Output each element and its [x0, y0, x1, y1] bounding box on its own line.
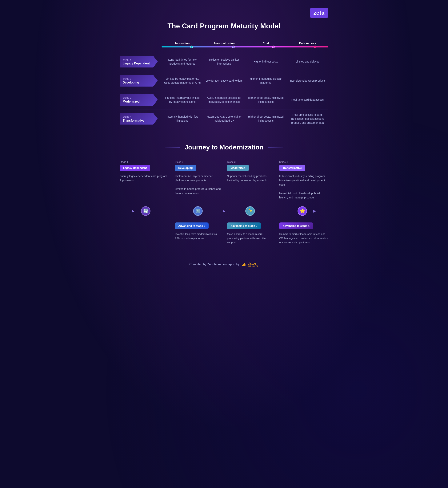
- col-header-cost: Cost: [245, 40, 287, 45]
- data-cell-1-cost: Higher indirect costs: [245, 52, 287, 71]
- journey-top-grid: Stage 1 Legacy Dependent Entirely legacy…: [120, 160, 328, 199]
- node-icon-2: ⚙️: [193, 206, 203, 216]
- journey-badge-1: Legacy Dependent: [120, 165, 150, 171]
- advance-desc-2: Invest in long-term modernization via AP…: [175, 232, 221, 240]
- journey-col-4: Stage 4 Transformative Future-proof, ind…: [276, 160, 328, 199]
- table-row: Stage 1 Legacy Dependent Long lead times…: [120, 52, 328, 71]
- advance-badge-4: Advancing to stage 4: [279, 223, 313, 229]
- journey-bottom-col-3: Advancing to stage 3 Move entirely to a …: [224, 223, 276, 244]
- datos-name: datos: [248, 262, 256, 265]
- datos-text-block: datos INSIGHTS: [248, 262, 259, 267]
- data-cell-1-data-access: Limited and delayed: [287, 52, 328, 71]
- journey-bottom-col-4: Advancing to stage 4 Commit to market le…: [276, 223, 328, 244]
- journey-stage-num-4: Stage 4: [279, 160, 328, 163]
- col-header-personalization: Personalization: [203, 40, 245, 45]
- maturity-title: The Card Program Maturity Model: [120, 22, 328, 30]
- datos-bar-2: [243, 264, 244, 266]
- journey-col-3: Stage 3 Modernized Superior market-leadi…: [224, 160, 276, 199]
- node-icon-1: 🔄: [141, 206, 151, 216]
- journey-col-2: Stage 2 Developing Implement API layers …: [172, 160, 224, 199]
- timeline-nodes: 🔄 ⚙️ ✨ 🌟: [120, 206, 328, 216]
- data-cell-4-innovation: Internally handled with few limitations: [161, 109, 203, 128]
- timeline-node-4: 🌟: [276, 206, 328, 216]
- journey-bottom-grid: Advancing to stage 2 Invest in long-term…: [120, 223, 328, 244]
- data-cell-3-data-access: Real-time card data access: [287, 90, 328, 109]
- data-cell-4-data-access: Real-time access to card, transaction, d…: [287, 109, 328, 128]
- logo-text: zeta: [313, 10, 325, 16]
- stage-name-1: Legacy Dependent: [123, 62, 152, 65]
- datos-bar-4: [246, 264, 246, 266]
- data-cell-2-innovation: Limited by legacy platforms. Uses sideca…: [161, 71, 203, 90]
- journey-bottom-col-2: Advancing to stage 2 Invest in long-term…: [172, 223, 224, 244]
- table-header: Innovation Personalization Cost Data Acc…: [120, 40, 328, 45]
- stage-badge-4: Stage 4 Transformative: [120, 113, 158, 125]
- stage-name-2: Developing: [123, 81, 152, 84]
- timeline-node-2: ⚙️: [172, 206, 224, 216]
- data-cell-3-innovation: Handled internally but limited by legacy…: [161, 90, 203, 109]
- journey-desc-3: Superior market-leading products. Limite…: [227, 174, 273, 199]
- progress-track: [161, 46, 328, 48]
- datos-bar-1: [242, 265, 243, 266]
- data-cell-1-innovation: Long lead times for new products and fea…: [161, 52, 203, 71]
- datos-bar-3: [244, 263, 245, 266]
- timeline-wrapper: ▶ ▶ ▶ 🔄 ⚙️ ✨ 🌟: [120, 205, 328, 217]
- maturity-table: Innovation Personalization Cost Data Acc…: [120, 40, 328, 128]
- stage-badge-2: Stage 2 Developing: [120, 75, 158, 87]
- stage-name-3: Modernized: [123, 100, 152, 103]
- stage-cell-1: Stage 1 Legacy Dependent: [120, 52, 161, 71]
- maturity-section: The Card Program Maturity Model Innovati…: [120, 22, 328, 128]
- stage-number-2: Stage 2: [123, 77, 152, 80]
- stage-cell-4: Stage 4 Transformative: [120, 109, 161, 128]
- journey-stage-num-3: Stage 3: [227, 160, 273, 163]
- timeline-node-3: ✨: [224, 206, 276, 216]
- journey-stage-num-1: Stage 1: [120, 160, 169, 163]
- journey-badge-3: Modernized: [227, 165, 249, 171]
- data-cell-2-data-access: Inconsistent between products: [287, 71, 328, 90]
- stage-cell-3: Stage 3 Modernized: [120, 90, 161, 109]
- journey-desc-1: Entirely legacy-dependent card program &…: [120, 174, 169, 199]
- table-row: Stage 4 Transformative Internally handle…: [120, 109, 328, 128]
- journey-desc-2: Implement API layers or sidecar platform…: [175, 174, 221, 199]
- logo-area: zeta: [120, 8, 328, 18]
- footer: Compiled by Zeta based on report by dato…: [120, 256, 328, 267]
- journey-title: Journey to Modernization: [120, 144, 328, 151]
- stage-badge-1: Stage 1 Legacy Dependent: [120, 56, 158, 67]
- stage-number-4: Stage 4: [123, 115, 152, 118]
- datos-insights: INSIGHTS: [248, 265, 259, 267]
- progress-dot-2: [232, 46, 235, 48]
- data-cell-2-personalization: Low for tech-savvy cardholders: [203, 71, 245, 90]
- table-row: Stage 3 Modernized Handled internally bu…: [120, 90, 328, 109]
- stage-number-1: Stage 1: [123, 58, 152, 61]
- progress-line: [120, 46, 328, 48]
- timeline-node-1: 🔄: [120, 206, 172, 216]
- advance-badge-2: Advancing to stage 2: [175, 223, 208, 229]
- table-row: Stage 2 Developing Limited by legacy pla…: [120, 71, 328, 90]
- progress-dot-4: [314, 46, 316, 48]
- col-header-innovation: Innovation: [161, 40, 203, 45]
- advance-desc-4: Commit to market leadership in tech and …: [279, 232, 328, 244]
- stage-number-3: Stage 3: [123, 96, 152, 99]
- journey-badge-4: Transformative: [279, 165, 305, 171]
- footer-text: Compiled by Zeta based on report by: [189, 263, 240, 266]
- journey-badge-2: Developing: [175, 165, 196, 171]
- journey-col-1: Stage 1 Legacy Dependent Entirely legacy…: [120, 160, 172, 199]
- datos-bars-icon: [242, 263, 246, 266]
- node-icon-3: ✨: [245, 206, 255, 216]
- col-header-data-access: Data Access: [287, 40, 328, 45]
- stage-badge-3: Stage 3 Modernized: [120, 94, 158, 106]
- data-cell-2-cost: Higher if managing sidecar platforms: [245, 71, 287, 90]
- stage-cell-2: Stage 2 Developing: [120, 71, 161, 90]
- data-cell-3-cost: Higher direct costs, minimized indirect …: [245, 90, 287, 109]
- journey-bottom-col-1: [120, 223, 172, 244]
- stage-name-4: Transformative: [123, 119, 152, 122]
- progress-dot-1: [190, 46, 193, 48]
- journey-section: Journey to Modernization Stage 1 Legacy …: [120, 144, 328, 244]
- logo-box: zeta: [310, 8, 328, 18]
- datos-logo: datos INSIGHTS: [242, 262, 259, 267]
- data-cell-4-cost: Higher direct costs, minimized indirect …: [245, 109, 287, 128]
- data-cell-1-personalization: Relies on positive banker interactions: [203, 52, 245, 71]
- advance-desc-3: Move entirely to a modern card processin…: [227, 232, 273, 244]
- progress-dot-3: [272, 46, 275, 48]
- journey-desc-4: Future-proof, industry-leading program. …: [279, 174, 328, 199]
- data-cell-3-personalization: AI/ML integration possible for individua…: [203, 90, 245, 109]
